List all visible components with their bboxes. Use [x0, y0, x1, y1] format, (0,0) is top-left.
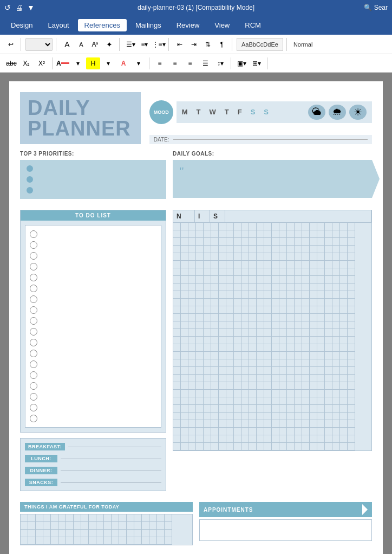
grid-cell	[204, 230, 211, 238]
todo-check-10[interactable]	[30, 328, 37, 336]
font-color-btn[interactable]: A	[56, 57, 70, 69]
todo-check-3[interactable]	[30, 252, 37, 260]
grid-cell	[196, 413, 204, 420]
grid-cell	[279, 268, 287, 276]
todo-item-7	[30, 294, 156, 305]
grid-cell	[181, 413, 188, 420]
grid-cell	[173, 413, 181, 420]
superscript[interactable]: X²	[35, 57, 49, 69]
font-grow[interactable]: A	[61, 38, 74, 51]
day-wed: W	[209, 108, 215, 116]
grateful-cell	[104, 537, 112, 545]
grid-cell	[264, 443, 272, 450]
align-right[interactable]: ≡	[183, 57, 197, 69]
grid-cell	[196, 299, 204, 306]
indent-more[interactable]: ⇥	[187, 38, 200, 51]
todo-check-15[interactable]	[30, 382, 37, 390]
subscript[interactable]: X₂	[19, 57, 34, 69]
grid-cell	[196, 375, 204, 382]
grid-cell	[188, 306, 196, 314]
grid-cell	[295, 299, 302, 306]
grateful-cell	[43, 537, 51, 545]
clear-format[interactable]: ✦	[103, 38, 116, 51]
grid-cell	[196, 337, 204, 344]
todo-check-13[interactable]	[30, 360, 37, 368]
grid-cell	[226, 291, 234, 299]
todo-check-9[interactable]	[30, 317, 37, 325]
todo-item-8	[30, 305, 156, 315]
grid-cell	[226, 344, 234, 352]
grid-cell	[340, 329, 348, 337]
menu-design[interactable]: Design	[4, 19, 39, 31]
menu-layout[interactable]: Layout	[41, 19, 75, 31]
grid-cell	[279, 352, 287, 359]
menu-rcm[interactable]: RCM	[238, 19, 267, 31]
grateful-cell	[157, 537, 165, 545]
grid-cell	[340, 382, 348, 390]
grid-cell	[279, 413, 287, 420]
todo-check-17[interactable]	[30, 404, 37, 411]
text-color-btn[interactable]: A	[116, 57, 130, 69]
planner-header: DAILY PLANNER MOOD M T W T	[20, 92, 372, 144]
menu-review[interactable]: Review	[170, 19, 206, 31]
todo-check-18[interactable]	[30, 415, 37, 422]
pilcrow[interactable]: ¶	[215, 38, 228, 51]
grid-cell	[279, 405, 287, 413]
search-area[interactable]: 🔍 Sear	[364, 4, 388, 11]
highlight-arrow[interactable]: ▾	[101, 57, 115, 69]
grid-cell	[188, 367, 196, 375]
todo-check-2[interactable]	[30, 241, 37, 249]
bullet-list[interactable]: ☰▾	[124, 38, 137, 51]
todo-check-12[interactable]	[30, 350, 37, 357]
undo-btn[interactable]: ↩	[4, 38, 17, 51]
todo-check-4[interactable]	[30, 263, 37, 270]
font-color-arrow[interactable]: ▾	[71, 57, 85, 69]
grid-cell	[219, 382, 226, 390]
grid-cell	[257, 390, 264, 397]
font-select[interactable]	[25, 38, 53, 51]
grid-cell	[317, 352, 325, 359]
border-btn[interactable]: ⊞▾	[250, 57, 264, 69]
font-shrink[interactable]: A	[75, 38, 88, 51]
menu-mailings[interactable]: Mailings	[129, 19, 168, 31]
grid-cell	[332, 223, 340, 230]
menu-view[interactable]: View	[208, 19, 236, 31]
todo-check-8[interactable]	[30, 306, 37, 314]
outline-list[interactable]: ⋮≡▾	[152, 38, 165, 51]
shading-btn[interactable]: ▣▾	[234, 57, 249, 69]
grid-cell	[287, 397, 295, 405]
align-left[interactable]: ≡	[153, 57, 167, 69]
grid-cell	[264, 382, 272, 390]
todo-check-11[interactable]	[30, 339, 37, 346]
line-spacing[interactable]: ↕▾	[213, 57, 227, 69]
strikethrough[interactable]: abc	[4, 57, 18, 69]
todo-check-1[interactable]	[30, 230, 37, 238]
grid-cell	[332, 397, 340, 405]
todo-check-14[interactable]	[30, 371, 37, 379]
todo-check-16[interactable]	[30, 393, 37, 401]
align-center[interactable]: ≡	[168, 57, 182, 69]
highlight-btn[interactable]: H	[86, 57, 100, 69]
grid-cell	[173, 306, 181, 314]
sort[interactable]: ⇅	[201, 38, 214, 51]
grid-cell	[264, 359, 272, 367]
todo-check-6[interactable]	[30, 285, 37, 292]
align-justify[interactable]: ☰	[198, 57, 212, 69]
indent-less[interactable]: ⇤	[173, 38, 186, 51]
text-color-arrow[interactable]: ▾	[132, 57, 146, 69]
font-format[interactable]: Aᵃ	[89, 38, 102, 51]
grid-cell	[196, 344, 204, 352]
grid-cell	[302, 443, 310, 450]
grid-cell	[188, 291, 196, 299]
todo-item-14	[30, 370, 156, 381]
grateful-cell	[58, 514, 66, 522]
menu-references[interactable]: References	[78, 19, 127, 31]
grid-cell	[264, 268, 272, 276]
grid-cell	[302, 344, 310, 352]
title-bar-controls[interactable]: ↺ 🖨 ▼	[4, 3, 35, 12]
grid-cell	[264, 314, 272, 321]
grid-cell	[332, 246, 340, 253]
todo-check-7[interactable]	[30, 295, 37, 303]
num-list[interactable]: ≡▾	[138, 38, 151, 51]
todo-check-5[interactable]	[30, 274, 37, 281]
